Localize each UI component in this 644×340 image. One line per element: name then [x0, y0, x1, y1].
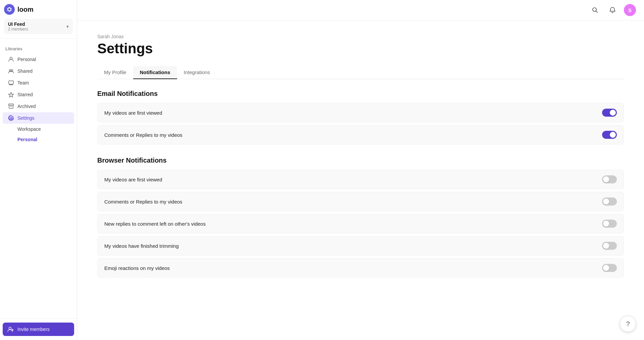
tab-my-profile[interactable]: My Profile: [97, 66, 133, 79]
sidebar-item-settings[interactable]: Settings: [3, 112, 74, 124]
sidebar-item-team-label: Team: [17, 80, 29, 86]
browser-comments-slider: [602, 197, 617, 206]
sidebar-item-starred[interactable]: Starred: [3, 89, 74, 100]
help-button[interactable]: ?: [620, 316, 636, 332]
settings-tabs: My Profile Notifications Integrations: [97, 66, 624, 79]
sidebar-item-personal-label: Personal: [17, 57, 36, 62]
svg-point-10: [11, 70, 13, 71]
browser-notifications-section: Browser Notifications My videos are firs…: [97, 157, 624, 278]
browser-trimming-row: My videos have finished trimming: [97, 236, 624, 256]
page-title: Settings: [97, 41, 624, 57]
person-icon: [8, 56, 14, 62]
email-comments-label: Comments or Replies to my videos: [104, 132, 182, 138]
invite-members-label: Invite members: [17, 327, 50, 332]
workspace-name: UI Feed: [8, 21, 28, 27]
shared-icon: [8, 68, 14, 74]
sidebar-item-starred-label: Starred: [17, 92, 33, 97]
browser-emoji-slider: [602, 264, 617, 272]
workspace-selector[interactable]: UI Feed 2 members ▾: [4, 19, 73, 34]
workspace-info: UI Feed 2 members: [8, 21, 28, 32]
browser-comments-label: Comments or Replies to my videos: [104, 199, 182, 205]
browser-first-viewed-slider: [602, 175, 617, 183]
avatar-letter: S: [628, 7, 632, 13]
sidebar-sub-personal-label: Personal: [17, 137, 37, 142]
sidebar-item-personal[interactable]: Personal: [3, 54, 74, 65]
email-first-viewed-toggle[interactable]: [602, 109, 617, 117]
sidebar-item-team[interactable]: Team: [3, 77, 74, 89]
browser-first-viewed-row: My videos are first viewed: [97, 170, 624, 189]
sidebar: loom UI Feed 2 members ▾ Libraries Perso…: [0, 0, 77, 340]
invite-members-button[interactable]: Invite members: [3, 323, 74, 336]
browser-trimming-toggle[interactable]: [602, 242, 617, 250]
loom-logo-icon: [4, 4, 15, 15]
email-notifications-title: Email Notifications: [97, 90, 624, 98]
browser-emoji-row: Emoji reactions on my videos: [97, 258, 624, 278]
bell-icon: [609, 7, 616, 13]
svg-point-14: [9, 327, 11, 330]
browser-emoji-toggle[interactable]: [602, 264, 617, 272]
browser-replies-row: New replies to comment left on other's v…: [97, 214, 624, 233]
email-comments-toggle[interactable]: [602, 131, 617, 139]
workspace-members: 2 members: [8, 27, 28, 32]
invite-icon: [7, 326, 14, 333]
email-first-viewed-label: My videos are first viewed: [104, 110, 162, 116]
sidebar-item-archived-label: Archived: [17, 104, 36, 109]
svg-rect-12: [9, 104, 14, 105]
sidebar-header: loom UI Feed 2 members ▾: [0, 0, 77, 39]
svg-rect-11: [9, 81, 13, 84]
topbar: S: [77, 0, 644, 20]
browser-replies-toggle[interactable]: [602, 220, 617, 228]
sidebar-footer: Invite members: [0, 318, 77, 340]
sidebar-sub-item-workspace[interactable]: Workspace: [3, 124, 74, 134]
tab-notifications[interactable]: Notifications: [133, 66, 177, 79]
star-icon: [8, 92, 14, 98]
libraries-label: Libraries: [0, 41, 77, 53]
email-first-viewed-slider: [602, 109, 617, 117]
sidebar-item-shared-label: Shared: [17, 68, 33, 74]
user-avatar[interactable]: S: [624, 4, 636, 16]
sidebar-nav: Libraries Personal Shared Team: [0, 39, 77, 318]
settings-content: Sarah Jonas Settings My Profile Notifica…: [77, 20, 644, 340]
svg-point-15: [593, 8, 596, 11]
browser-comments-row: Comments or Replies to my videos: [97, 192, 624, 211]
svg-point-1: [8, 8, 11, 11]
browser-comments-toggle[interactable]: [602, 197, 617, 206]
tab-integrations[interactable]: Integrations: [177, 66, 217, 79]
svg-point-9: [9, 70, 11, 71]
page-subtitle: Sarah Jonas: [97, 34, 624, 39]
email-notifications-section: Email Notifications My videos are first …: [97, 90, 624, 145]
sidebar-sub-workspace-label: Workspace: [17, 126, 41, 132]
search-icon: [592, 7, 598, 13]
browser-trimming-label: My videos have finished trimming: [104, 243, 179, 249]
chevron-down-icon: ▾: [66, 24, 69, 29]
search-button[interactable]: [589, 4, 601, 16]
browser-replies-label: New replies to comment left on other's v…: [104, 221, 206, 227]
notifications-button[interactable]: [606, 4, 619, 16]
svg-point-13: [10, 117, 12, 119]
email-comments-row: Comments or Replies to my videos: [97, 125, 624, 145]
browser-first-viewed-label: My videos are first viewed: [104, 177, 162, 182]
settings-icon: [8, 115, 14, 121]
main-content: S Sarah Jonas Settings My Profile Notifi…: [77, 0, 644, 340]
sidebar-sub-item-personal[interactable]: Personal: [3, 134, 74, 145]
browser-first-viewed-toggle[interactable]: [602, 175, 617, 183]
browser-emoji-label: Emoji reactions on my videos: [104, 265, 170, 271]
browser-notifications-title: Browser Notifications: [97, 157, 624, 164]
browser-replies-slider: [602, 220, 617, 228]
sidebar-item-settings-label: Settings: [17, 115, 35, 121]
team-icon: [8, 80, 14, 86]
help-icon: ?: [626, 320, 630, 328]
archive-icon: [8, 103, 14, 109]
sidebar-item-shared[interactable]: Shared: [3, 65, 74, 77]
sidebar-item-archived[interactable]: Archived: [3, 101, 74, 112]
email-first-viewed-row: My videos are first viewed: [97, 103, 624, 122]
email-comments-slider: [602, 131, 617, 139]
browser-trimming-slider: [602, 242, 617, 250]
logo: loom: [4, 4, 73, 15]
logo-text: loom: [17, 6, 34, 13]
